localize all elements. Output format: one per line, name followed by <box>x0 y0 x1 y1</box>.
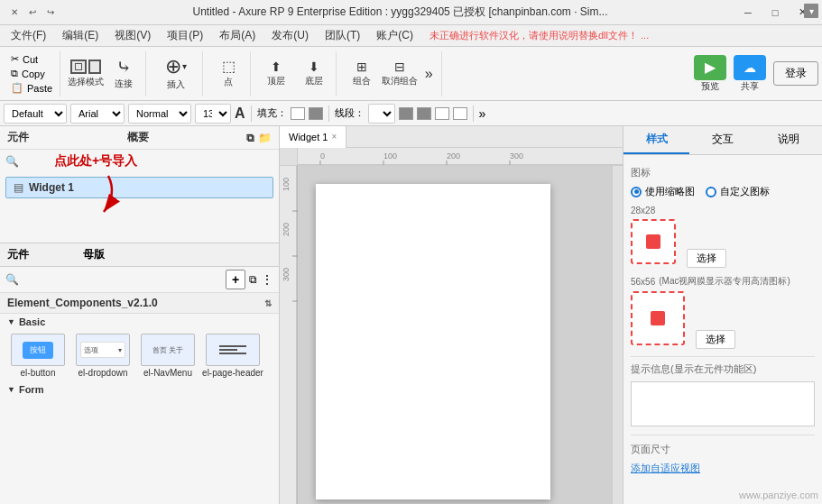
insert-dropdown-arrow: ▾ <box>182 61 187 71</box>
fill-color-white[interactable] <box>291 107 305 120</box>
menu-account[interactable]: 账户(C) <box>369 26 420 45</box>
cut-item[interactable]: ✂ Cut <box>7 52 56 66</box>
preview-icon: ▶ <box>694 55 726 80</box>
tab-interaction[interactable]: 交互 <box>689 126 755 154</box>
divider1 <box>251 105 252 122</box>
maximize-button[interactable]: □ <box>762 4 788 22</box>
add-library-button[interactable]: + <box>226 270 245 289</box>
icon-28-row: 选择 <box>631 219 815 268</box>
clipboard-group: ✂ Cut ⧉ Copy 📋 Paste <box>4 51 60 96</box>
connect-icon: ⤷ <box>116 58 132 76</box>
ruler-v-svg: 100 200 300 <box>280 166 298 504</box>
menu-layout[interactable]: 布局(A) <box>212 26 263 45</box>
redo-icon[interactable]: ↪ <box>43 5 58 20</box>
widget-card-pageheader[interactable]: el-page-header <box>202 334 263 378</box>
minimize-button[interactable]: ─ <box>735 4 761 22</box>
widget-card-navmenu[interactable]: 首页关于 el-NavMenu <box>137 334 199 378</box>
point-label: 点 <box>224 76 233 88</box>
masters-tab-label[interactable]: 母版 <box>83 247 105 262</box>
panel-folder-icon[interactable]: 📁 <box>258 132 272 144</box>
select-28-button[interactable]: 选择 <box>687 249 726 268</box>
widget-card-button[interactable]: 按钮 el-button <box>7 334 69 378</box>
tab-close-icon[interactable]: × <box>331 132 337 142</box>
line-end2[interactable] <box>453 107 467 120</box>
line-style[interactable] <box>417 107 431 120</box>
category-basic-header[interactable]: ▼ Basic <box>0 314 279 330</box>
mac-retina-label: (Mac视网膜显示器专用高清图标) <box>659 275 790 288</box>
more-options-icon[interactable]: ⋮ <box>261 272 273 287</box>
insert-button[interactable]: ⊕ ▾ 插入 <box>153 54 199 94</box>
undo-icon[interactable]: ↩ <box>25 5 40 20</box>
menu-team[interactable]: 团队(T) <box>318 26 367 45</box>
menu-warning: 未正确进行软件汉化，请使用说明替换dll文件！ ... <box>429 29 649 42</box>
category-form-header[interactable]: ▼ Form <box>0 381 279 398</box>
tab-style[interactable]: 样式 <box>623 126 689 154</box>
svg-text:300: 300 <box>282 268 291 281</box>
page-size-title: 页面尺寸 <box>631 443 815 456</box>
canvas-page <box>316 184 550 499</box>
panel-copy-icon[interactable]: ⧉ <box>246 132 254 144</box>
top-layer-label: 顶层 <box>267 75 285 87</box>
custom-icon-radio-dot <box>706 187 716 197</box>
size-select[interactable]: Normal <box>128 104 191 124</box>
insert-icon: ⊕ <box>165 57 181 77</box>
widget-tab-label[interactable]: 元件 <box>7 130 29 145</box>
library-name-row[interactable]: Element_Components_v2.1.0 ⇅ <box>0 293 279 314</box>
font-select[interactable]: Arial <box>70 104 125 124</box>
login-button[interactable]: 登录 <box>773 61 818 86</box>
right-panel-tabs: 样式 交互 说明 <box>623 126 822 155</box>
connect-button[interactable]: ⤷ 连接 <box>106 54 142 94</box>
custom-icon-radio[interactable]: 自定义图标 <box>706 185 770 198</box>
style-select[interactable]: Default <box>4 104 67 124</box>
widget-card-dropdown[interactable]: 选项▾ el-dropdown <box>72 334 134 378</box>
menu-edit[interactable]: 编辑(E) <box>55 26 106 45</box>
select-mode-button[interactable]: 选择模式 <box>68 54 104 94</box>
canvas-content[interactable] <box>298 166 612 504</box>
scrollbar-vertical[interactable] <box>612 166 623 504</box>
canvas-tab-widget1[interactable]: Widget 1 × <box>280 126 346 148</box>
copy-icon2[interactable]: ⧉ <box>249 273 257 286</box>
select-56-button[interactable]: 选择 <box>696 330 735 349</box>
widget-overview-panel: 元件 概要 ⧉ 📁 🔍 ▤ Widget 1 点此处+号导入 <box>0 126 279 243</box>
widget-search-input[interactable] <box>23 152 273 170</box>
menu-view[interactable]: 视图(V) <box>107 26 158 45</box>
widget1-item[interactable]: ▤ Widget 1 <box>5 177 273 198</box>
menu-file[interactable]: 文件(F) <box>4 26 53 45</box>
tab-notes[interactable]: 说明 <box>756 126 822 154</box>
ungroup-button[interactable]: ⊟ 取消组合 <box>382 54 418 94</box>
widget-thumb-button: 按钮 <box>11 334 65 366</box>
copy-item[interactable]: ⧉ Copy <box>7 67 56 80</box>
use-thumbnail-radio[interactable]: 使用缩略图 <box>631 185 695 198</box>
point-button[interactable]: ⬚ 点 <box>210 54 246 94</box>
menu-project[interactable]: 项目(P) <box>160 26 210 45</box>
top-layer-button[interactable]: ⬆ 顶层 <box>258 54 294 94</box>
thumb-button-shape: 按钮 <box>23 342 53 359</box>
menu-publish[interactable]: 发布(U) <box>264 26 316 45</box>
components-tab-label[interactable]: 元件 <box>7 247 29 262</box>
line-size-input[interactable]: 1 <box>368 104 395 124</box>
window-title: Untitled - Axure RP 9 Enterprise Edition… <box>65 5 735 20</box>
paste-item[interactable]: 📋 Paste <box>7 81 56 95</box>
formatbar-more-button[interactable]: » <box>479 106 486 121</box>
category-basic-label: Basic <box>19 316 45 327</box>
category-form-label: Form <box>19 384 44 395</box>
icon-placeholder-inner-56 <box>651 311 665 325</box>
titlebar: ✕ ↩ ↪ Untitled - Axure RP 9 Enterprise E… <box>0 0 822 25</box>
add-adaptive-button[interactable]: 添加自适应视图 <box>631 462 815 475</box>
components-search-input[interactable] <box>23 270 222 289</box>
custom-icon-label: 自定义图标 <box>720 185 770 198</box>
line-color[interactable] <box>399 107 413 120</box>
line-end[interactable] <box>435 107 449 120</box>
tooltip-textarea[interactable] <box>631 381 815 426</box>
fill-color-gray[interactable] <box>309 107 323 120</box>
preview-button[interactable]: ▶ 预览 <box>694 55 726 93</box>
bottom-layer-button[interactable]: ⬇ 底层 <box>296 54 332 94</box>
widget-thumb-navmenu: 首页关于 <box>141 334 195 366</box>
group-button[interactable]: ⊞ 组合 <box>344 54 380 94</box>
overview-tab-label[interactable]: 概要 <box>36 130 239 145</box>
fontsize-select[interactable]: 13 <box>195 104 231 124</box>
widget1-label: Widget 1 <box>29 181 74 194</box>
more-button[interactable]: » <box>420 54 438 94</box>
share-button[interactable]: ☁ 共享 <box>734 55 766 93</box>
ruler-top-row: 0 100 200 300 <box>280 148 623 166</box>
